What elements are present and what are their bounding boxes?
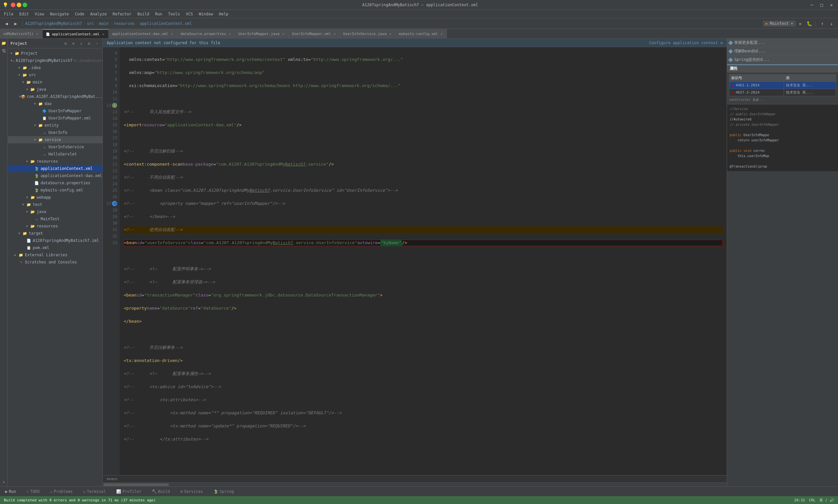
bottom-tab-profiler[interactable]: 📊 Profiler xyxy=(113,489,144,494)
tree-item-main[interactable]: ▼ 📂 main xyxy=(8,78,103,86)
tab-ndbatisch[interactable]: ndMyBatisch7}) ✕ xyxy=(0,29,42,38)
tree-item-src[interactable]: ▼ 📂 src xyxy=(8,71,103,78)
tree-item-test-java[interactable]: ▼ 📂 java xyxy=(8,208,103,215)
tree-item-test[interactable]: ▼ 📁 test xyxy=(8,201,103,208)
bottom-tab-build[interactable]: 🔨 Build xyxy=(149,489,173,494)
tab-close[interactable]: ✕ xyxy=(333,32,337,36)
tree-item-target[interactable]: ▼ 📁 target xyxy=(8,230,103,237)
maximize-btn[interactable]: □ xyxy=(818,1,825,9)
menu-build[interactable]: Build xyxy=(135,11,152,17)
tree-item-userinfomapper[interactable]: 🔷 UserInfoMapper xyxy=(8,107,103,114)
tree-item-scratches[interactable]: ✎ Scratches and Consoles xyxy=(8,258,103,266)
tree-item-iml[interactable]: 📄 A1207springAndMyBatisch7.iml xyxy=(8,237,103,244)
bottom-tab-spring[interactable]: 🍃 Spring xyxy=(211,489,236,494)
bean-row-1[interactable]: ⊗ 4461-1-2014 技术安全 英... xyxy=(729,82,836,89)
menu-run[interactable]: Run xyxy=(153,11,165,17)
tree-item-mybaits-xml[interactable]: 🍃 mybaits-config.xml xyxy=(8,186,103,194)
menu-file[interactable]: File xyxy=(1,11,16,17)
forward-btn[interactable]: ▶ xyxy=(12,20,20,28)
scrollbar-thumb[interactable] xyxy=(104,483,169,486)
tree-item-java[interactable]: ▼ 📂 java xyxy=(8,86,103,93)
tree-item-appcontext-xml[interactable]: 🍃 applicationContext.xml xyxy=(8,165,103,172)
tree-item-external-libs[interactable]: ▶ 📁 External Libraries xyxy=(8,251,103,258)
debug-button[interactable]: 🐛 xyxy=(806,20,813,27)
vcs-update-btn[interactable]: ↑ xyxy=(818,20,826,28)
horizontal-scrollbar[interactable] xyxy=(103,482,727,486)
tab-close[interactable]: ✕ xyxy=(102,32,105,36)
bottom-tab-terminal[interactable]: ▭ Terminal xyxy=(81,489,108,494)
run-config[interactable]: ▶ MainTest ▾ xyxy=(763,21,796,26)
tab-close[interactable]: ✕ xyxy=(440,32,444,36)
sidebar-favorites-icon[interactable]: ★ xyxy=(1,479,7,485)
breadcrumb-main[interactable]: main xyxy=(99,21,109,26)
tree-item-userinfoservice[interactable]: ☕ UserInfoService xyxy=(8,143,103,150)
sidebar-structure-icon[interactable]: 🏗 xyxy=(1,48,7,54)
breadcrumb-resources[interactable]: resources xyxy=(113,21,135,26)
menu-analyze[interactable]: Analyze xyxy=(87,11,109,17)
diamond-item-2[interactable]: 理解Bean的d... xyxy=(727,47,838,56)
panel-collapse-btn[interactable]: ≡ xyxy=(70,40,76,47)
menu-view[interactable]: View xyxy=(32,11,47,17)
bottom-tab-services[interactable]: ⚙ Services xyxy=(178,489,206,494)
tree-item-maintest[interactable]: ☕ MainTest xyxy=(8,215,103,222)
bottom-tab-run[interactable]: ▶ Run xyxy=(3,489,19,494)
close-btn[interactable] xyxy=(11,3,15,7)
panel-settings-btn[interactable]: ⚙ xyxy=(86,40,92,47)
tab-close[interactable]: ✕ xyxy=(389,32,392,36)
tree-item-userinfomapper-xml[interactable]: 📋 UserInfoMapper.xml xyxy=(8,114,103,122)
tab-dao[interactable]: applicationContext-dao.xml ✕ xyxy=(109,29,177,38)
code-editor[interactable]: 4 5 6 7 8 9 10 11 12 ✓ 13 14 15 16 17 18… xyxy=(103,47,727,475)
code-content[interactable]: xmlns:context="http://www.springframewor… xyxy=(120,47,727,475)
tab-userinfoservice[interactable]: UserInfoService.java ✕ xyxy=(340,29,396,38)
tree-item-userinfo[interactable]: ☕ UserInfo xyxy=(8,129,103,136)
tab-close[interactable]: ✕ xyxy=(36,32,39,36)
settings-icon[interactable]: ⚙ xyxy=(720,40,723,45)
diamond-item-1[interactable]: 掌握更多配置... xyxy=(727,39,838,47)
menu-edit[interactable]: Edit xyxy=(17,11,32,17)
tree-item-project[interactable]: ▼ 📁 Project xyxy=(8,50,103,57)
panel-gear-btn[interactable]: ⚙ xyxy=(63,40,68,47)
tab-userinfomapper-xml[interactable]: UserInfoMapper.xml ✕ xyxy=(289,29,340,38)
tab-datasource[interactable]: dataSource.properties ✕ xyxy=(177,29,235,38)
sidebar-project-icon[interactable]: 📁 xyxy=(1,40,7,47)
menu-refactor[interactable]: Refactor xyxy=(110,11,134,17)
tree-item-helloservlet[interactable]: ☕ HelloServlet xyxy=(8,150,103,158)
breadcrumb-src[interactable]: src xyxy=(87,21,94,26)
breadcrumb-project[interactable]: A1207springAndMyBatisch7 xyxy=(25,21,82,26)
diamond-item-3[interactable]: Spring提供的d... xyxy=(727,56,838,64)
tree-item-appcontext-dao-xml[interactable]: 🍃 applicationContext-dao.xml xyxy=(8,172,103,179)
tree-item-entity[interactable]: ▼ 📁 entity xyxy=(8,122,103,129)
tree-item-root[interactable]: ▼ ☕ A1207springAndMyBatisch7 D:\JavaEnte… xyxy=(8,57,103,64)
bottom-tab-todo[interactable]: ✓ TODO xyxy=(24,489,42,494)
tab-close[interactable]: ✕ xyxy=(170,32,174,36)
tree-item-dao[interactable]: ▼ 📁 dao xyxy=(8,100,103,107)
configure-link[interactable]: Configure application context xyxy=(649,40,718,45)
minimize-btn[interactable]: ─ xyxy=(808,1,816,9)
tab-applicationcontext[interactable]: 📄 applicationContext.xml ✕ xyxy=(42,29,108,38)
tree-item-datasource-prop[interactable]: 📄 dataSource.properties xyxy=(8,179,103,186)
max-btn[interactable] xyxy=(22,3,27,7)
tab-close[interactable]: ✕ xyxy=(228,32,232,36)
tree-item-idea[interactable]: ▼ 📁 .idea xyxy=(8,64,103,71)
menu-navigate[interactable]: Navigate xyxy=(48,11,72,17)
back-btn[interactable]: ◀ xyxy=(3,20,11,28)
panel-sort-btn[interactable]: ↕ xyxy=(78,40,84,47)
tab-mybaits[interactable]: mybaits-config.xml ✕ xyxy=(396,29,447,38)
vcs-push-btn[interactable]: ↓ xyxy=(827,20,835,28)
run-button[interactable]: ▶ xyxy=(797,20,804,27)
close-window-btn[interactable]: ✕ xyxy=(827,1,835,9)
tree-item-package[interactable]: ▼ 📦 com.A1207.A1207springAndMyBat... xyxy=(8,93,103,100)
menu-help[interactable]: Help xyxy=(216,11,231,17)
tree-item-webapp[interactable]: ▼ 📁 webapp xyxy=(8,194,103,201)
breadcrumb-file[interactable]: applicationContext.xml xyxy=(140,21,192,26)
tree-item-resources[interactable]: ▼ 📂 resources xyxy=(8,158,103,165)
panel-close-btn[interactable]: — xyxy=(94,40,100,47)
menu-code[interactable]: Code xyxy=(72,11,87,17)
tree-item-service[interactable]: ▼ 📁 service xyxy=(8,136,103,143)
tab-close[interactable]: ✕ xyxy=(282,32,285,36)
tree-item-pom[interactable]: 📋 pom.xml xyxy=(8,244,103,251)
bottom-tab-problems[interactable]: ⚠ Problems xyxy=(48,489,75,494)
menu-vcs[interactable]: VCS xyxy=(183,11,196,17)
min-btn[interactable] xyxy=(17,3,21,7)
bean-row-2[interactable]: ⊗ 4657-3-2014 技术安全 英... xyxy=(729,89,836,96)
